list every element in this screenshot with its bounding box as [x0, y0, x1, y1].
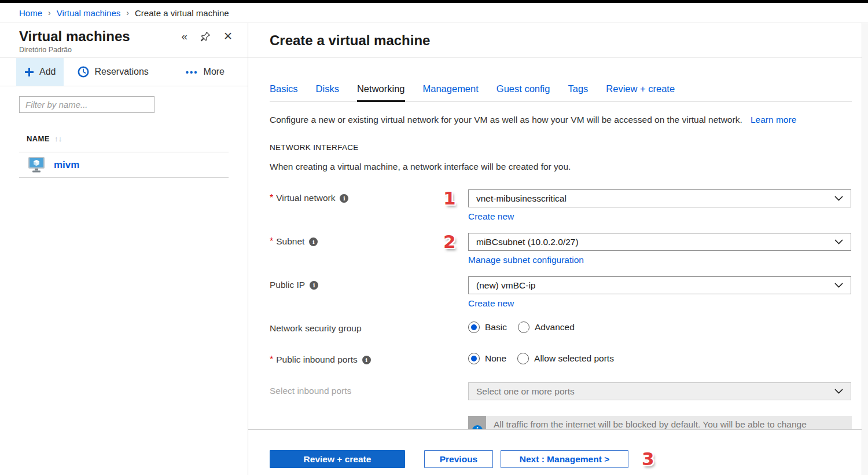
previous-button[interactable]: Previous: [424, 450, 493, 468]
review-create-button[interactable]: Review + create: [270, 450, 405, 468]
nsg-radio-advanced[interactable]: Advanced: [518, 321, 575, 333]
inbound-ports-radio-allow[interactable]: Allow selected ports: [517, 353, 614, 364]
tab-review-create[interactable]: Review + create: [606, 83, 675, 101]
page-title: Create a virtual machine: [270, 32, 430, 49]
public-inbound-ports-label: * Public inbound ports i: [270, 351, 443, 365]
plus-icon: [24, 67, 34, 77]
tab-description: Configure a new or existing virtual netw…: [270, 115, 742, 125]
virtual-machine-icon: [28, 156, 45, 173]
breadcrumb-home[interactable]: Home: [19, 8, 42, 18]
breadcrumb-separator-icon: ›: [126, 8, 129, 17]
chevron-down-icon: [834, 283, 843, 288]
sort-icon[interactable]: ↑↓: [54, 134, 62, 143]
annotation-3: 3: [642, 450, 654, 468]
virtual-network-label: * Virtual network i: [270, 189, 443, 203]
clock-icon: [78, 66, 89, 78]
chevron-down-icon: [834, 196, 843, 201]
add-button[interactable]: Add: [16, 58, 64, 86]
panel-header: Virtual machines « ✕ Diretório Padrão: [0, 23, 248, 58]
chevron-down-icon: [834, 239, 843, 244]
nsg-radio-group: Basic Advanced: [468, 320, 851, 333]
nsg-label: Network security group: [270, 320, 443, 334]
chevron-down-icon: [834, 389, 843, 394]
select-inbound-ports-dropdown: Select one or more ports: [468, 382, 851, 400]
info-icon[interactable]: i: [310, 281, 318, 290]
name-column-header: NAME: [27, 134, 50, 143]
subnet-dropdown[interactable]: miBCsubnet (10.0.2.0/27): [468, 233, 851, 251]
annotation-1: 1: [443, 188, 456, 209]
breadcrumb-virtual-machines[interactable]: Virtual machines: [57, 8, 121, 18]
vm-link-mivm[interactable]: mivm: [54, 159, 79, 171]
more-button-label: More: [204, 67, 225, 77]
wizard-footer: Review + create Previous Next : Manageme…: [248, 429, 862, 475]
vertical-scrollbar[interactable]: [862, 23, 868, 475]
public-ip-label: Public IP i: [270, 276, 443, 290]
network-interface-intro: When creating a virtual machine, a netwo…: [270, 162, 852, 172]
info-icon[interactable]: i: [340, 194, 348, 203]
tab-tags[interactable]: Tags: [568, 83, 588, 101]
select-inbound-ports-label: Select inbound ports: [270, 382, 443, 396]
tab-disks[interactable]: Disks: [316, 83, 339, 101]
virtual-machines-panel: Virtual machines « ✕ Diretório Padrão Ad…: [0, 23, 248, 475]
more-button[interactable]: ••• More: [178, 58, 233, 86]
tab-guest-config[interactable]: Guest config: [496, 83, 550, 101]
add-button-label: Add: [39, 67, 56, 77]
create-new-public-ip-link[interactable]: Create new: [468, 298, 514, 309]
annotation-2: 2: [443, 231, 456, 252]
collapse-icon[interactable]: «: [182, 31, 188, 42]
breadcrumb: Home › Virtual machines › Create a virtu…: [0, 3, 868, 23]
learn-more-link[interactable]: Learn more: [751, 115, 796, 125]
public-ip-dropdown[interactable]: (new) vmBC-ip: [468, 276, 851, 294]
network-interface-header: NETWORK INTERFACE: [270, 143, 852, 152]
info-icon: i: [472, 425, 483, 429]
create-vm-panel: Create a virtual machine Basics Disks Ne…: [248, 23, 868, 475]
info-icon[interactable]: i: [309, 237, 318, 246]
reservations-button[interactable]: Reservations: [69, 58, 156, 86]
close-icon[interactable]: ✕: [223, 31, 233, 42]
tab-basics[interactable]: Basics: [270, 83, 298, 101]
vm-list-item[interactable]: mivm: [19, 152, 229, 178]
manage-subnet-configuration-link[interactable]: Manage subnet configuration: [468, 255, 584, 265]
ellipsis-icon: •••: [186, 67, 198, 77]
panel-title: Virtual machines: [19, 28, 182, 45]
inbound-ports-radio-none[interactable]: None: [468, 353, 506, 364]
virtual-network-dropdown[interactable]: vnet-mibusinesscritical: [468, 189, 851, 207]
breadcrumb-current: Create a virtual machine: [135, 8, 229, 18]
reservations-button-label: Reservations: [94, 67, 148, 77]
directory-subtitle: Diretório Padrão: [19, 46, 233, 54]
info-icon[interactable]: i: [362, 356, 371, 364]
inbound-ports-radio-group: None Allow selected ports: [468, 351, 851, 364]
banner-stripe: i: [468, 416, 486, 429]
required-asterisk: *: [270, 236, 273, 247]
subnet-label: * Subnet i: [270, 233, 443, 247]
tab-bar: Basics Disks Networking Management Guest…: [270, 83, 852, 102]
tab-management[interactable]: Management: [423, 83, 479, 101]
required-asterisk: *: [270, 193, 273, 203]
next-management-button[interactable]: Next : Management >: [501, 450, 628, 468]
required-asterisk: *: [270, 355, 273, 365]
info-banner: i All traffic from the internet will be …: [468, 416, 852, 429]
filter-by-name-input[interactable]: [19, 96, 155, 113]
create-new-vnet-link[interactable]: Create new: [468, 211, 514, 222]
banner-message: All traffic from the internet will be bl…: [486, 416, 814, 429]
nsg-radio-basic[interactable]: Basic: [468, 321, 507, 333]
breadcrumb-separator-icon: ›: [48, 8, 51, 17]
tab-networking[interactable]: Networking: [357, 83, 405, 102]
panel-toolbar: Add Reservations ••• More: [0, 58, 248, 86]
pin-icon[interactable]: [200, 31, 211, 42]
